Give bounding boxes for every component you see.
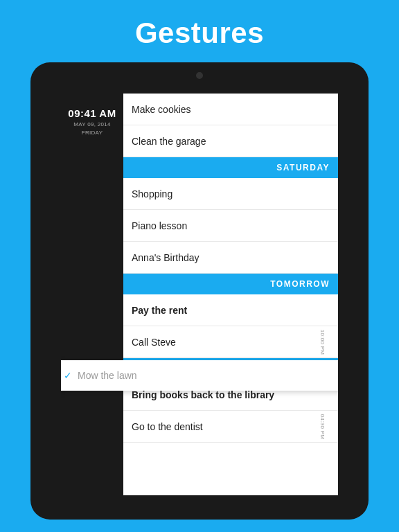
list-item[interactable]: Pay the rent: [123, 294, 338, 326]
list-item[interactable]: Make cookies: [123, 94, 338, 125]
time-badge: 04:30 PM: [319, 414, 326, 439]
section-header-tomorrow: TOMORROW: [123, 274, 338, 294]
task-list[interactable]: Make cookies Clean the garage SATURDAY S…: [123, 94, 338, 495]
tablet-device: 09:41 AM MAY 09, 2014 FRIDAY Make cookie…: [30, 62, 369, 520]
page-title: Gestures: [135, 17, 264, 50]
section-header-saturday: SATURDAY: [123, 157, 338, 178]
list-item[interactable]: Shopping: [123, 178, 338, 210]
status-day: FRIDAY: [82, 130, 103, 136]
tablet-screen: 09:41 AM MAY 09, 2014 FRIDAY Make cookie…: [61, 94, 338, 495]
status-date: MAY 09, 2014: [73, 121, 111, 127]
section-header-today: TODAY: [123, 358, 338, 379]
list-item[interactable]: Bring books back to the library: [123, 379, 338, 411]
list-item[interactable]: Go to the dentist 04:30 PM: [123, 411, 338, 443]
tablet-camera: [196, 72, 203, 79]
list-item[interactable]: Anna's Birthday: [123, 242, 338, 274]
time-badge: 10:00 PM: [319, 329, 326, 355]
clock-time: 09:41 AM: [68, 107, 116, 119]
list-item[interactable]: Call Steve 10:00 PM: [123, 326, 338, 358]
list-item[interactable]: Piano lesson: [123, 210, 338, 242]
status-bar: 09:41 AM MAY 09, 2014 FRIDAY: [61, 94, 123, 495]
list-item[interactable]: Clean the garage: [123, 125, 338, 157]
